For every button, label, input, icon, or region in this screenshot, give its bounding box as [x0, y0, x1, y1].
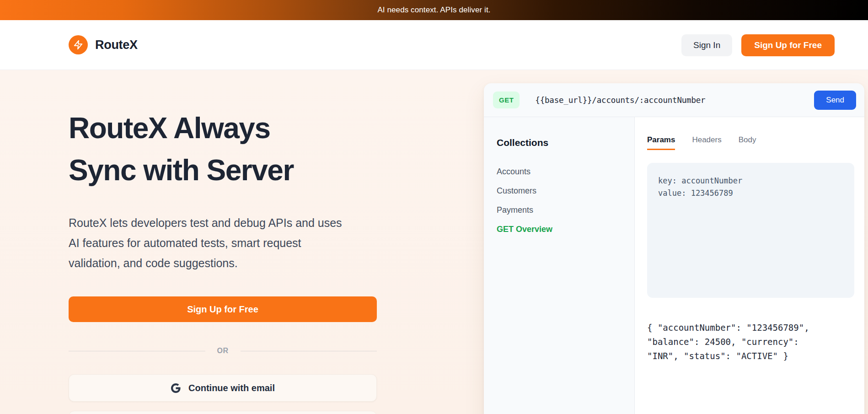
- continue-with-email-label: Continue with email: [188, 383, 275, 393]
- promo-banner-text: AI needs context. APIs deliver it.: [377, 5, 490, 15]
- page-title-line1: RouteX Always: [69, 112, 270, 145]
- tab-headers[interactable]: Headers: [692, 135, 721, 150]
- brand[interactable]: RouteX: [69, 35, 138, 54]
- response-json-line: { "accountNumber": "123456789",: [647, 321, 857, 335]
- continue-with-email-button[interactable]: Continue with email: [69, 374, 377, 402]
- api-request-card: GET {{base_url}}/accounts/:accountNumber…: [484, 83, 864, 414]
- page-title-line2: Sync with Server: [69, 154, 294, 187]
- param-value-line: value: 123456789: [658, 187, 843, 199]
- tab-body[interactable]: Body: [739, 135, 756, 150]
- page-title: RouteX AlwaysSync with Server: [69, 107, 389, 191]
- divider-line: [69, 351, 205, 351]
- or-divider: OR: [69, 345, 377, 356]
- google-icon: [171, 383, 181, 393]
- hero-section: RouteX AlwaysSync with Server RouteX let…: [0, 70, 868, 414]
- request-url-bar: GET {{base_url}}/accounts/:accountNumber…: [484, 83, 864, 117]
- collections-sidebar: Collections Accounts Customers Payments …: [484, 117, 635, 414]
- divider-line: [241, 351, 377, 351]
- additional-auth-button-clipped[interactable]: [69, 411, 377, 414]
- hero-description-line: RouteX lets developers test and debug AP…: [69, 213, 389, 233]
- response-json: { "accountNumber": "123456789", "balance…: [647, 321, 857, 363]
- params-editor[interactable]: key: accountNumber value: 123456789: [647, 163, 854, 298]
- request-detail-panel: Params Headers Body key: accountNumber v…: [635, 117, 864, 414]
- send-button[interactable]: Send: [814, 91, 856, 110]
- collections-heading: Collections: [497, 137, 622, 148]
- api-card-body: Collections Accounts Customers Payments …: [484, 117, 864, 414]
- brand-name: RouteX: [95, 38, 138, 52]
- hero-description-line: AI features for automated tests, smart r…: [69, 233, 389, 253]
- hero-sign-up-button[interactable]: Sign Up for Free: [69, 296, 377, 322]
- header-actions: Sign In Sign Up for Free: [681, 34, 835, 56]
- hero-description-line: validation, and code suggestions.: [69, 253, 389, 273]
- sidebar-item-payments[interactable]: Payments: [497, 200, 622, 220]
- sign-in-button[interactable]: Sign In: [681, 34, 732, 56]
- or-divider-label: OR: [217, 347, 229, 355]
- url-input[interactable]: {{base_url}}/accounts/:accountNumber: [535, 96, 705, 105]
- response-json-line: "INR", "status": "ACTIVE" }: [647, 349, 857, 363]
- request-tabs: Params Headers Body: [647, 135, 857, 150]
- site-header: RouteX Sign In Sign Up for Free: [0, 20, 868, 70]
- sidebar-item-customers[interactable]: Customers: [497, 181, 622, 200]
- response-json-line: "balance": 24500, "currency":: [647, 335, 857, 349]
- sidebar-item-get-overview[interactable]: GET Overview: [497, 220, 622, 239]
- header-sign-up-button[interactable]: Sign Up for Free: [741, 34, 835, 56]
- tab-params[interactable]: Params: [647, 135, 675, 150]
- param-key-line: key: accountNumber: [658, 175, 843, 187]
- hero-description: RouteX lets developers test and debug AP…: [69, 213, 389, 273]
- method-badge: GET: [493, 91, 520, 108]
- sidebar-item-accounts[interactable]: Accounts: [497, 162, 622, 181]
- lightning-icon: [69, 35, 88, 54]
- promo-banner: AI needs context. APIs deliver it.: [0, 0, 868, 20]
